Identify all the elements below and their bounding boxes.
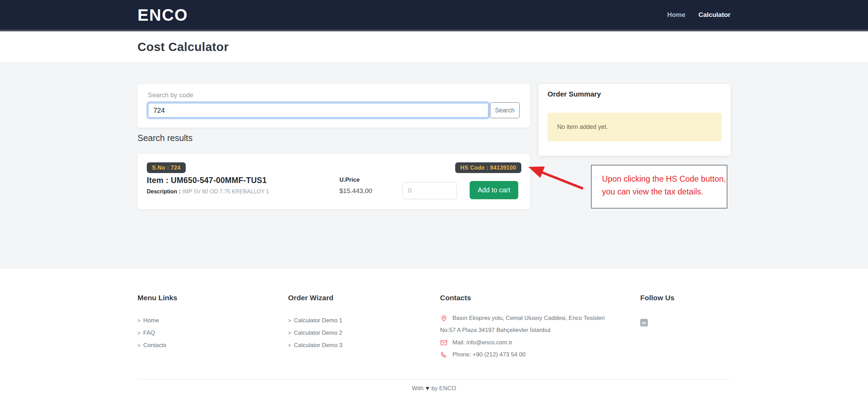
footer-credit: With♥by ENCO xyxy=(137,385,731,392)
add-to-cart-button[interactable]: Add to cart xyxy=(470,181,518,199)
annotation-line-1: Upon clicking the HS Code button, xyxy=(602,173,727,185)
search-button[interactable]: Search xyxy=(490,102,520,118)
search-card: Search by code Search xyxy=(137,84,530,128)
footer-link-calculator-demo-3[interactable]: >Calculator Demo 3 xyxy=(288,342,343,349)
footer-link-faq[interactable]: >FAQ xyxy=(137,330,155,336)
footer-link-calculator-demo-1[interactable]: >Calculator Demo 1 xyxy=(288,317,343,324)
main-content: Search by code Search Search results S.N… xyxy=(0,62,868,269)
unit-price-value: $15.443,00 xyxy=(339,187,372,195)
order-summary-card: Order Summary No item added yet. xyxy=(539,84,731,156)
annotation-text: Upon clicking the HS Code button, you ca… xyxy=(592,165,727,198)
search-results-heading: Search results xyxy=(137,133,193,143)
chevron-icon: > xyxy=(288,330,291,336)
contact-address-line-1: Basın Ekspres yolu, Cemal Ulusoy Caddesi… xyxy=(440,314,605,322)
footer-link-calculator-demo-2[interactable]: >Calculator Demo 2 xyxy=(288,330,343,336)
mail-icon xyxy=(440,339,448,346)
description-label: Description : xyxy=(147,189,181,194)
search-input[interactable] xyxy=(148,103,489,118)
footer-menu-links-heading: Menu Links xyxy=(137,294,177,302)
location-pin-icon xyxy=(440,314,448,322)
linkedin-icon[interactable]: in xyxy=(640,319,648,326)
footer: Menu Links >Home >FAQ >Contacts Order Wi… xyxy=(0,269,868,402)
serial-number-badge: S.No : 724 xyxy=(147,162,186,173)
annotation-line-2: you can view the tax details. xyxy=(602,185,727,198)
credit-prefix: With xyxy=(412,385,423,392)
header: ENCO Home Calculator xyxy=(0,0,868,31)
phone-icon xyxy=(440,351,448,358)
footer-divider xyxy=(137,379,731,380)
result-card: S.No : 724 HS Code : 84139100 Item : UM6… xyxy=(137,154,530,209)
item-description: Description :IMP 5V 60 OD 7.75 KREBALLOY… xyxy=(147,189,269,195)
description-value: IMP 5V 60 OD 7.75 KREBALLOY 1 xyxy=(183,189,269,194)
contact-mail-line[interactable]: Mail: info@enco.com.tr xyxy=(440,339,512,346)
footer-link-contacts[interactable]: >Contacts xyxy=(137,342,166,349)
page-title: Cost Calculator xyxy=(137,40,731,54)
title-band: Cost Calculator xyxy=(0,31,868,62)
annotation-arrow xyxy=(524,160,593,195)
unit-price-label: U.Price xyxy=(339,176,372,183)
contact-address-line-2: No:57 A Plaza 34197 Bahçelievler İstanbu… xyxy=(440,327,550,334)
nav-item-calculator[interactable]: Calculator xyxy=(698,11,731,19)
footer-link-home[interactable]: >Home xyxy=(137,317,159,324)
main-nav: Home Calculator xyxy=(667,11,731,19)
item-title: Item : UM650-547-00MMF-TUS1 xyxy=(147,176,267,185)
contact-phone-line[interactable]: Phone: +90 (212) 473 54 00 xyxy=(440,351,525,358)
unit-price-block: U.Price $15.443,00 xyxy=(339,176,372,195)
order-summary-heading: Order Summary xyxy=(548,90,601,98)
empty-cart-alert: No item added yet. xyxy=(548,113,722,141)
nav-item-home[interactable]: Home xyxy=(667,11,685,19)
hs-code-badge[interactable]: HS Code : 84139100 xyxy=(455,162,521,173)
chevron-icon: > xyxy=(288,342,291,348)
annotation-box: Upon clicking the HS Code button, you ca… xyxy=(591,165,727,209)
quantity-input[interactable] xyxy=(402,182,457,199)
credit-suffix: by ENCO xyxy=(431,385,456,392)
search-by-code-label: Search by code xyxy=(148,91,520,99)
footer-contacts-heading: Contacts xyxy=(440,294,471,302)
enco-logo[interactable]: ENCO xyxy=(137,6,188,24)
chevron-icon: > xyxy=(137,330,141,336)
footer-order-wizard-heading: Order Wizard xyxy=(288,294,334,302)
chevron-icon: > xyxy=(137,342,141,348)
chevron-icon: > xyxy=(137,317,141,323)
footer-follow-us-heading: Follow Us xyxy=(640,294,674,302)
chevron-icon: > xyxy=(288,317,291,323)
heart-icon: ♥ xyxy=(426,385,429,392)
